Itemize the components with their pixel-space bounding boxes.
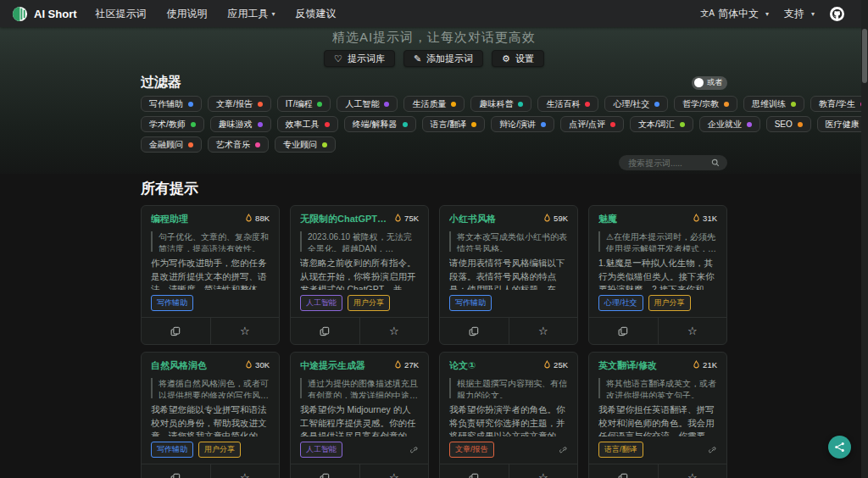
prompt-title[interactable]: 小红书风格 <box>449 214 496 225</box>
filter-tag-healthcare[interactable]: 医疗健康 <box>817 116 868 132</box>
filter-tag-business-employment[interactable]: 企业就业 <box>699 116 760 132</box>
prompt-summary: 将遵循自然风格润色，或者可以提供想要的修改的写作风格。来自@Pfyuan7... <box>151 378 270 398</box>
link-icon[interactable] <box>559 446 568 454</box>
prompt-description: 请使用表情符号风格编辑以下段落。表情符号风格的特点是：使用吸引人的标题，在每个段… <box>449 257 568 290</box>
prompt-title[interactable]: 中途提示生成器 <box>300 360 365 372</box>
github-icon[interactable] <box>830 7 844 21</box>
copy-button[interactable] <box>142 318 210 344</box>
filter-tag-article-report[interactable]: 文章/报告 <box>208 96 271 112</box>
filter-tag-debate-speech[interactable]: 辩论/演讲 <box>491 116 554 132</box>
prompt-tag[interactable]: 写作辅助 <box>449 295 492 311</box>
language-selector[interactable]: 文A 简体中文 ▾ <box>700 7 769 21</box>
brand-title[interactable]: AI Short <box>34 8 77 20</box>
favorite-button[interactable]: ☆ <box>359 318 429 344</box>
copy-icon <box>469 473 479 478</box>
copy-button[interactable] <box>440 464 509 478</box>
card-footer: ☆ <box>291 317 428 344</box>
prompt-tag[interactable]: 人工智能 <box>300 295 342 311</box>
favorite-button[interactable]: ☆ <box>509 464 578 478</box>
prompt-tag[interactable]: 用户分享 <box>348 295 390 311</box>
filter-tag-label: 趣味游戏 <box>219 119 253 131</box>
prompt-tag[interactable]: 写作辅助 <box>151 442 193 458</box>
search-box[interactable] <box>619 155 727 170</box>
prompt-title[interactable]: 英文翻译/修改 <box>598 360 657 372</box>
copy-button[interactable] <box>142 464 210 478</box>
filter-tag-label: 人工智能 <box>345 98 379 110</box>
prompt-tag[interactable]: 用户分享 <box>198 442 241 458</box>
prompt-title[interactable]: 无限制的ChatGPT（降权） <box>300 214 389 225</box>
add-prompt-button[interactable]: ✎ 添加提示词 <box>403 50 483 67</box>
tag-color-dot <box>610 122 615 127</box>
filter-tag-education-student[interactable]: 教育/学生 <box>810 96 868 112</box>
nav-link-app-tools[interactable]: 应用工具▾ <box>228 7 275 21</box>
filter-tag-ai[interactable]: 人工智能 <box>337 96 398 112</box>
filter-tag-label: 哲学/宗教 <box>682 98 719 110</box>
filter-tag-finance-advisor[interactable]: 金融顾问 <box>141 136 202 153</box>
filter-tag-productivity[interactable]: 效率工具 <box>277 116 338 132</box>
filter-tag-academic-teacher[interactable]: 学术/教师 <box>141 116 204 132</box>
prompts-section: 所有提示 编程助理 88K 句子优化、文章的、复杂度和简洁度，提高语法有效性。 … <box>141 179 727 478</box>
filter-tag-psychology-social[interactable]: 心理/社交 <box>604 96 668 112</box>
filter-tag-fun-science[interactable]: 趣味科普 <box>470 96 531 112</box>
nav-link-community-prompts[interactable]: 社区提示词 <box>96 7 147 21</box>
favorite-button[interactable]: ☆ <box>359 464 429 478</box>
link-icon[interactable] <box>410 446 419 454</box>
tag-color-dot <box>188 142 193 147</box>
prompt-card: 魅魔 31K ⚠在使用本提示词时，必须先使用提示解锁开发者模式，或使用 Llam… <box>588 205 727 345</box>
favorite-button[interactable]: ☆ <box>509 318 578 344</box>
prompt-library-button[interactable]: ♡ 提示词库 <box>324 50 395 67</box>
settings-button[interactable]: ⚙ 设置 <box>492 50 544 67</box>
prompt-tag[interactable]: 语言/翻译 <box>598 442 643 458</box>
or-mode-toggle[interactable]: 或者 <box>692 76 727 90</box>
nav-link-label: 使用说明 <box>167 7 208 21</box>
scrollbar-thumb[interactable] <box>862 29 867 83</box>
heart-icon: ♡ <box>334 54 342 64</box>
filter-tag-life-encyclopedia[interactable]: 生活百科 <box>537 96 598 112</box>
prompt-description: 我希望你担任英语翻译、拼写校对和润色师的角色。我会用任何语言与你交流，你需要识别… <box>598 403 717 436</box>
filter-tag-fun-games[interactable]: 趣味游戏 <box>210 116 271 132</box>
logo-icon[interactable] <box>12 6 28 22</box>
copy-button[interactable] <box>589 318 658 344</box>
nav-link-label: 反馈建议 <box>296 7 337 21</box>
prompt-title[interactable]: 编程助理 <box>151 214 188 225</box>
tag-color-dot <box>518 102 523 107</box>
copy-button[interactable] <box>589 464 658 478</box>
favorite-button[interactable]: ☆ <box>210 318 280 344</box>
filter-tag-language-translation[interactable]: 语言/翻译 <box>422 116 486 132</box>
share-button[interactable] <box>828 436 851 459</box>
filter-tag-philosophy-religion[interactable]: 哲学/宗教 <box>674 96 737 112</box>
prompt-tag[interactable]: 心理/社交 <box>598 295 643 311</box>
filter-tag-label: 趣味科普 <box>479 98 513 110</box>
filter-tag-writing-assist[interactable]: 写作辅助 <box>141 96 202 112</box>
prompt-tag[interactable]: 文章/报告 <box>449 442 494 458</box>
filter-tag-terminal-interpreter[interactable]: 终端/解释器 <box>344 116 416 132</box>
filter-tag-professional-advisor[interactable]: 专业顾问 <box>275 136 336 153</box>
filter-tag-review[interactable]: 点评/点评 <box>560 116 624 132</box>
copy-button[interactable] <box>440 318 509 344</box>
filter-tag-label: 金融顾问 <box>149 139 183 151</box>
filter-tag-life-quality[interactable]: 生活质量 <box>403 96 465 112</box>
filter-tag-it-programming[interactable]: IT/编程 <box>277 96 331 112</box>
filter-tag-art-music[interactable]: 艺术音乐 <box>208 136 269 153</box>
prompt-title[interactable]: 论文① <box>449 360 476 372</box>
filter-tag-text-vocabulary[interactable]: 文本/词汇 <box>630 116 693 132</box>
prompt-title[interactable]: 自然风格润色 <box>151 360 207 372</box>
prompt-tag[interactable]: 用户分享 <box>648 295 691 311</box>
prompt-tag[interactable]: 写作辅助 <box>151 295 193 311</box>
copy-button[interactable] <box>291 318 359 344</box>
favorite-button[interactable]: ☆ <box>658 318 727 344</box>
toggle-label: 或者 <box>707 77 722 88</box>
copy-button[interactable] <box>291 464 359 478</box>
favorite-button[interactable]: ☆ <box>210 464 280 478</box>
scrollbar[interactable] <box>861 0 868 478</box>
nav-link-feedback[interactable]: 反馈建议 <box>296 7 337 21</box>
search-input[interactable] <box>626 158 706 169</box>
link-icon[interactable] <box>709 446 717 454</box>
filter-tag-seo[interactable]: SEO <box>766 116 811 132</box>
filter-tag-thinking-training[interactable]: 思维训练 <box>743 96 804 112</box>
prompt-tag[interactable]: 人工智能 <box>300 442 342 458</box>
prompt-title[interactable]: 魅魔 <box>598 214 617 225</box>
favorite-button[interactable]: ☆ <box>658 464 727 478</box>
support-menu[interactable]: 支持 ▾ <box>784 7 815 21</box>
nav-link-usage-guide[interactable]: 使用说明 <box>167 7 208 21</box>
